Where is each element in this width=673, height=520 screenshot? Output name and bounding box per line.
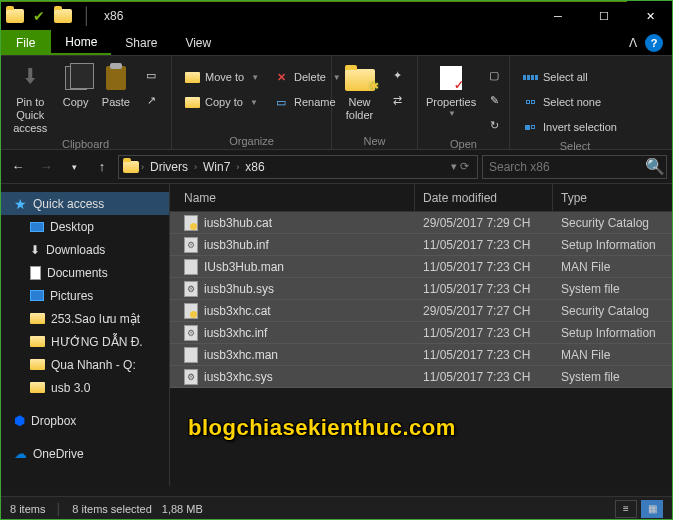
sidebar-item[interactable]: Documents [0, 261, 169, 284]
table-row[interactable]: iusb3xhc.inf11/05/2017 7:23 CHSetup Info… [170, 322, 673, 344]
ribbon: Pin to Quick access Copy Paste ▭ ↗ Clipb… [0, 56, 673, 150]
breadcrumb[interactable]: x86 [241, 160, 268, 174]
column-headers: Name Date modified Type [170, 184, 673, 212]
new-item-icon: ✦ [389, 67, 405, 83]
desktop-icon [30, 222, 44, 232]
shortcut-icon: ↗ [143, 92, 159, 108]
sidebar-item-label: Qua Nhanh - Q: [51, 358, 136, 372]
file-type: Security Catalog [553, 304, 673, 318]
chevron-icon[interactable]: › [194, 162, 197, 172]
view-details-button[interactable]: ≡ [615, 500, 637, 518]
status-selected: 8 items selected [72, 503, 151, 515]
titlebar: ✔ │ x86 ─ ☐ ✕ [0, 0, 673, 30]
address-bar[interactable]: › Drivers › Win7 › x86 ▾ ⟳ [118, 155, 478, 179]
copyto-icon [184, 94, 200, 110]
table-row[interactable]: iusb3xhc.cat29/05/2017 7:27 CHSecurity C… [170, 300, 673, 322]
tab-share[interactable]: Share [111, 30, 171, 55]
help-icon[interactable]: ? [645, 34, 663, 52]
separator: │ [78, 7, 96, 25]
col-name[interactable]: Name [170, 184, 415, 211]
select-all-button[interactable]: Select all [518, 66, 621, 88]
tab-view[interactable]: View [171, 30, 225, 55]
easy-access-button[interactable]: ⇄ [385, 89, 409, 111]
maximize-button[interactable]: ☐ [581, 1, 627, 31]
recent-button[interactable]: ▾ [62, 155, 86, 179]
back-button[interactable]: ← [6, 155, 30, 179]
copy-to-button[interactable]: Copy to▼ [180, 91, 263, 113]
sidebar-item-label: Desktop [50, 220, 94, 234]
documents-icon [30, 266, 41, 280]
file-date: 29/05/2017 7:29 CH [415, 216, 553, 230]
history-icon: ↻ [486, 117, 502, 133]
table-row[interactable]: iusb3hub.sys11/05/2017 7:23 CHSystem fil… [170, 278, 673, 300]
folder-icon [30, 359, 45, 370]
tab-file[interactable]: File [0, 30, 51, 55]
paste-icon [106, 66, 126, 90]
search-icon[interactable]: 🔍 [645, 157, 665, 176]
file-name: iusb3hub.cat [204, 216, 272, 230]
sidebar-item[interactable]: usb 3.0 [0, 376, 169, 399]
pin-icon [20, 68, 40, 88]
view-icons-button[interactable]: ▦ [641, 500, 663, 518]
move-icon [184, 69, 200, 85]
refresh-button[interactable]: ▾ ⟳ [451, 160, 473, 173]
table-row[interactable]: iusb3xhc.sys11/05/2017 7:23 CHSystem fil… [170, 366, 673, 388]
move-to-button[interactable]: Move to▼ [180, 66, 263, 88]
new-folder-button[interactable]: New folder [340, 60, 379, 122]
window-title: x86 [102, 9, 123, 23]
sidebar-item[interactable]: Pictures [0, 284, 169, 307]
folder-icon [30, 313, 45, 324]
select-all-icon [522, 69, 538, 85]
collapse-ribbon-icon[interactable]: ᐱ [629, 36, 637, 50]
col-date[interactable]: Date modified [415, 184, 553, 211]
sidebar-item[interactable]: Desktop [0, 215, 169, 238]
sidebar-item[interactable]: Qua Nhanh - Q: [0, 353, 169, 376]
table-row[interactable]: iusb3xhc.man11/05/2017 7:23 CHMAN File [170, 344, 673, 366]
file-date: 11/05/2017 7:23 CH [415, 238, 553, 252]
paste-button[interactable]: Paste [99, 60, 133, 109]
file-icon [184, 281, 198, 297]
properties-button[interactable]: Properties▼ [426, 60, 476, 119]
paste-shortcut-button[interactable]: ↗ [139, 89, 163, 111]
minimize-button[interactable]: ─ [535, 1, 581, 31]
qat-checkbox-icon[interactable]: ✔ [30, 7, 48, 25]
file-icon [184, 325, 198, 341]
history-button[interactable]: ↻ [482, 114, 506, 136]
sidebar-item-dropbox[interactable]: ⬢ Dropbox [0, 409, 169, 432]
new-item-button[interactable]: ✦ [385, 64, 409, 86]
table-row[interactable]: iusb3hub.cat29/05/2017 7:29 CHSecurity C… [170, 212, 673, 234]
file-type: MAN File [553, 348, 673, 362]
tab-home[interactable]: Home [51, 30, 111, 55]
open-button[interactable]: ▢ [482, 64, 506, 86]
breadcrumb[interactable]: Drivers [146, 160, 192, 174]
sidebar-item[interactable]: 253.Sao lưu mật [0, 307, 169, 330]
pin-to-quick-access-button[interactable]: Pin to Quick access [8, 60, 53, 136]
col-type[interactable]: Type [553, 184, 673, 211]
search-input[interactable] [489, 160, 639, 174]
forward-button[interactable]: → [34, 155, 58, 179]
invert-selection-button[interactable]: Invert selection [518, 116, 621, 138]
sidebar-item[interactable]: HƯỚNG DẪN Đ. [0, 330, 169, 353]
sidebar-item[interactable]: ⬇Downloads [0, 238, 169, 261]
rename-icon: ▭ [273, 94, 289, 110]
select-none-button[interactable]: Select none [518, 91, 621, 113]
status-count: 8 items [10, 503, 45, 515]
file-type: System file [553, 282, 673, 296]
up-button[interactable]: ↑ [90, 155, 114, 179]
table-row[interactable]: IUsb3Hub.man11/05/2017 7:23 CHMAN File [170, 256, 673, 278]
chevron-icon[interactable]: › [236, 162, 239, 172]
copy-button[interactable]: Copy [59, 60, 93, 109]
sidebar-item-quick-access[interactable]: ★ Quick access [0, 192, 169, 215]
chevron-icon[interactable]: › [141, 162, 144, 172]
folder-icon [30, 382, 45, 393]
file-icon [184, 369, 198, 385]
breadcrumb[interactable]: Win7 [199, 160, 234, 174]
copy-path-button[interactable]: ▭ [139, 64, 163, 86]
pictures-icon [30, 290, 44, 301]
table-row[interactable]: iusb3hub.inf11/05/2017 7:23 CHSetup Info… [170, 234, 673, 256]
close-button[interactable]: ✕ [627, 1, 673, 31]
sidebar-item-onedrive[interactable]: ☁ OneDrive [0, 442, 169, 465]
search-box[interactable]: 🔍 [482, 155, 667, 179]
folder-icon[interactable] [54, 9, 72, 23]
edit-button[interactable]: ✎ [482, 89, 506, 111]
